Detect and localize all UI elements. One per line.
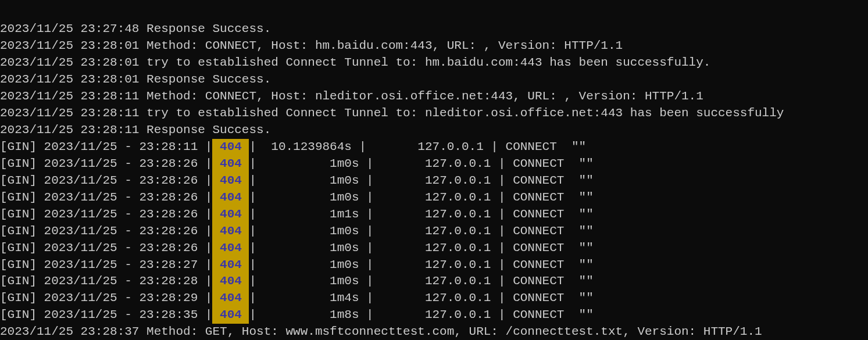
gin-prefix: [GIN] 2023/11/25 - 23:28:28 | [0,274,212,288]
log-line: [GIN] 2023/11/25 - 23:28:26 | 404 | 1m0s… [0,240,868,257]
gin-prefix: [GIN] 2023/11/25 - 23:28:11 | [0,140,212,153]
status-code: 404 [212,207,249,221]
status-badge: 404 [212,290,249,307]
status-code: 404 [212,224,249,238]
log-text: 2023/11/25 23:28:11 Response Success. [0,123,271,137]
status-code: 404 [212,291,249,305]
log-line: 2023/11/25 23:28:01 try to established C… [0,55,868,71]
gin-prefix: [GIN] 2023/11/25 - 23:28:26 | [0,241,212,255]
status-badge: 404 [212,156,249,173]
status-code: 404 [212,258,249,271]
log-line: [GIN] 2023/11/25 - 23:28:26 | 404 | 1m0s… [0,189,868,206]
log-text: 2023/11/25 23:28:37 Method: GET, Host: w… [0,325,762,338]
gin-after: | 1m0s | 127.0.0.1 | CONNECT "" [249,224,593,238]
log-line: [GIN] 2023/11/25 - 23:28:26 | 404 | 1m0s… [0,156,868,173]
gin-after: | 1m4s | 127.0.0.1 | CONNECT "" [249,291,593,305]
gin-after: | 10.1239864s | 127.0.0.1 | CONNECT "" [249,140,586,153]
log-line: 2023/11/25 23:28:01 Response Success. [0,71,868,88]
status-code: 404 [212,140,249,153]
log-text: 2023/11/25 23:28:01 try to established C… [0,56,710,69]
gin-prefix: [GIN] 2023/11/25 - 23:28:29 | [0,291,212,305]
log-line: [GIN] 2023/11/25 - 23:28:26 | 404 | 1m0s… [0,173,868,189]
gin-prefix: [GIN] 2023/11/25 - 23:28:35 | [0,308,212,321]
gin-prefix: [GIN] 2023/11/25 - 23:28:26 | [0,174,212,187]
terminal-output: 2023/11/25 23:27:48 Response Success.202… [0,21,868,340]
log-text: 2023/11/25 23:27:48 Response Success. [0,22,271,35]
gin-prefix: [GIN] 2023/11/25 - 23:28:26 | [0,191,212,204]
status-badge: 404 [212,223,249,240]
log-text: 2023/11/25 23:28:11 try to established C… [0,106,784,120]
log-line: 2023/11/25 23:28:11 Response Success. [0,122,868,139]
gin-after: | 1m0s | 127.0.0.1 | CONNECT "" [249,174,593,187]
status-badge: 404 [212,257,249,274]
log-line: [GIN] 2023/11/25 - 23:28:26 | 404 | 1m0s… [0,223,868,240]
gin-prefix: [GIN] 2023/11/25 - 23:28:26 | [0,224,212,238]
status-badge: 404 [212,240,249,257]
log-line: [GIN] 2023/11/25 - 23:28:29 | 404 | 1m4s… [0,290,868,307]
gin-after: | 1m0s | 127.0.0.1 | CONNECT "" [249,274,593,288]
log-line: 2023/11/25 23:28:11 Method: CONNECT, Hos… [0,88,868,105]
gin-after: | 1m0s | 127.0.0.1 | CONNECT "" [249,258,593,271]
status-code: 404 [212,308,249,321]
log-line: [GIN] 2023/11/25 - 23:28:26 | 404 | 1m1s… [0,206,868,223]
log-line: [GIN] 2023/11/25 - 23:28:27 | 404 | 1m0s… [0,257,868,274]
log-line: 2023/11/25 23:28:01 Method: CONNECT, Hos… [0,38,868,55]
gin-after: | 1m8s | 127.0.0.1 | CONNECT "" [249,308,593,321]
status-code: 404 [212,157,249,170]
status-badge: 404 [212,273,249,290]
gin-after: | 1m0s | 127.0.0.1 | CONNECT "" [249,157,593,170]
gin-prefix: [GIN] 2023/11/25 - 23:28:27 | [0,258,212,271]
status-badge: 404 [212,173,249,189]
log-line: 2023/11/25 23:28:11 try to established C… [0,105,868,122]
gin-after: | 1m0s | 127.0.0.1 | CONNECT "" [249,191,593,204]
status-badge: 404 [212,307,249,324]
gin-after: | 1m1s | 127.0.0.1 | CONNECT "" [249,207,593,221]
log-line: [GIN] 2023/11/25 - 23:28:35 | 404 | 1m8s… [0,307,868,324]
status-badge: 404 [212,139,249,156]
status-code: 404 [212,191,249,204]
status-badge: 404 [212,189,249,206]
gin-prefix: [GIN] 2023/11/25 - 23:28:26 | [0,157,212,170]
status-badge: 404 [212,206,249,223]
log-line: 2023/11/25 23:27:48 Response Success. [0,21,868,38]
status-code: 404 [212,174,249,187]
status-code: 404 [212,274,249,288]
log-line: [GIN] 2023/11/25 - 23:28:11 | 404 | 10.1… [0,139,868,156]
log-text: 2023/11/25 23:28:11 Method: CONNECT, Hos… [0,90,703,103]
log-line: [GIN] 2023/11/25 - 23:28:28 | 404 | 1m0s… [0,273,868,290]
log-text: 2023/11/25 23:28:01 Method: CONNECT, Hos… [0,39,623,52]
log-text: 2023/11/25 23:28:01 Response Success. [0,73,271,86]
status-code: 404 [212,241,249,255]
log-line: 2023/11/25 23:28:37 Method: GET, Host: w… [0,324,868,340]
gin-after: | 1m0s | 127.0.0.1 | CONNECT "" [249,241,593,255]
gin-prefix: [GIN] 2023/11/25 - 23:28:26 | [0,207,212,221]
